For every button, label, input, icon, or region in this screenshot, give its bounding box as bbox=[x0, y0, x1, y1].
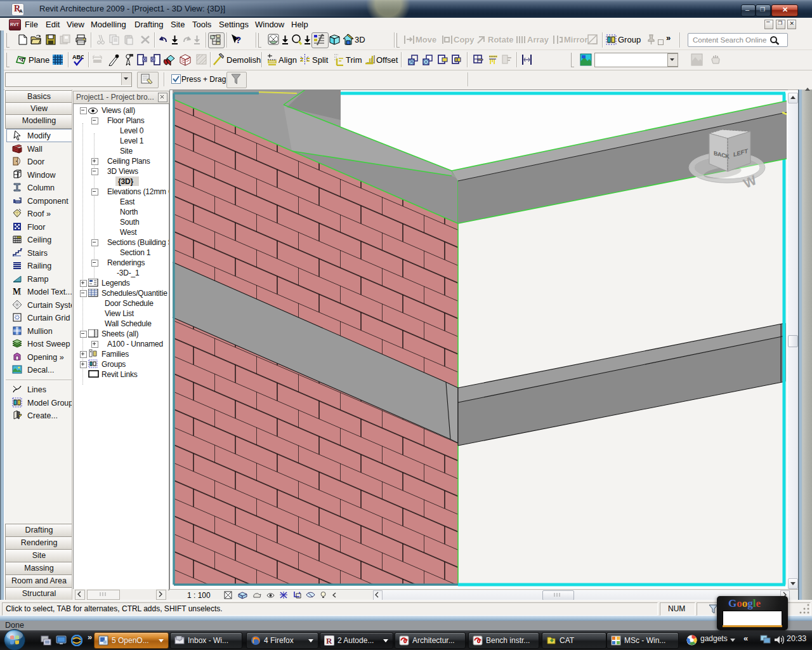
svg-text:R: R bbox=[326, 636, 332, 646]
svg-text:?: ? bbox=[235, 34, 241, 45]
